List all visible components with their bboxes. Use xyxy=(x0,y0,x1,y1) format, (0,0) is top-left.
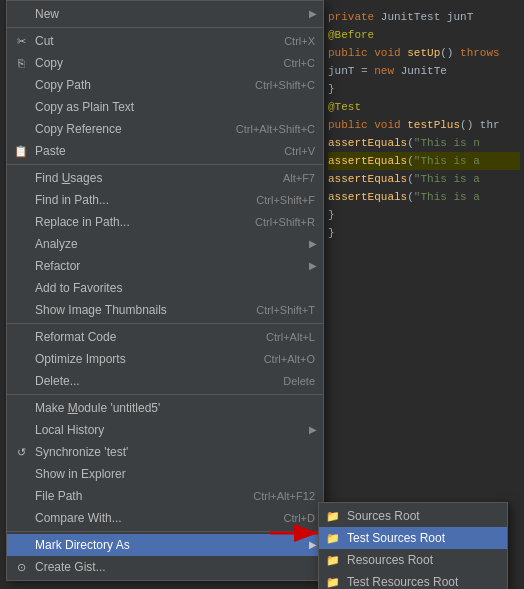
analyze-icon xyxy=(13,236,29,252)
find-usages-icon xyxy=(13,170,29,186)
submenu-item-test-sources-root[interactable]: 📁 Test Sources Root xyxy=(319,527,507,549)
find-path-icon xyxy=(13,192,29,208)
reformat-icon xyxy=(13,329,29,345)
menu-item-copy-path[interactable]: Copy Path Ctrl+Shift+C xyxy=(7,74,323,96)
menu-item-refactor[interactable]: Refactor ▶ xyxy=(7,255,323,277)
submenu-arrow: ▶ xyxy=(309,258,317,274)
separator xyxy=(7,531,323,532)
test-sources-root-icon: 📁 xyxy=(325,530,341,546)
menu-item-optimize[interactable]: Optimize Imports Ctrl+Alt+O xyxy=(7,348,323,370)
menu-item-analyze[interactable]: Analyze ▶ xyxy=(7,233,323,255)
menu-item-create-gist[interactable]: ⊙ Create Gist... xyxy=(7,556,323,578)
replace-path-icon xyxy=(13,214,29,230)
new-icon xyxy=(13,6,29,22)
module-icon xyxy=(13,400,29,416)
explorer-icon xyxy=(13,466,29,482)
refactor-icon xyxy=(13,258,29,274)
separator xyxy=(7,323,323,324)
menu-item-show-explorer[interactable]: Show in Explorer xyxy=(7,463,323,485)
submenu-item-sources-root[interactable]: 📁 Sources Root xyxy=(319,505,507,527)
menu-item-cut[interactable]: ✂ Cut Ctrl+X xyxy=(7,30,323,52)
favorites-icon xyxy=(13,280,29,296)
menu-item-compare[interactable]: Compare With... Ctrl+D xyxy=(7,507,323,529)
submenu-mark-directory: 📁 Sources Root 📁 Test Sources Root 📁 Res… xyxy=(318,502,508,589)
delete-icon xyxy=(13,373,29,389)
history-icon xyxy=(13,422,29,438)
menu-item-find-path[interactable]: Find in Path... Ctrl+Shift+F xyxy=(7,189,323,211)
menu-item-make-module[interactable]: Make Module 'untitled5' xyxy=(7,397,323,419)
menu-item-copy-plain[interactable]: Copy as Plain Text xyxy=(7,96,323,118)
menu-item-mark-directory[interactable]: Mark Directory As ▶ xyxy=(7,534,323,556)
code-editor: private JunitTest junT @Before public vo… xyxy=(324,0,524,589)
separator xyxy=(7,164,323,165)
image-icon xyxy=(13,302,29,318)
menu-item-image-thumbnails[interactable]: Show Image Thumbnails Ctrl+Shift+T xyxy=(7,299,323,321)
submenu-arrow: ▶ xyxy=(309,6,317,22)
context-menu: New ▶ ✂ Cut Ctrl+X ⎘ Copy Ctrl+C Copy Pa… xyxy=(6,0,324,581)
sources-root-icon: 📁 xyxy=(325,508,341,524)
compare-icon xyxy=(13,510,29,526)
menu-item-copy-ref[interactable]: Copy Reference Ctrl+Alt+Shift+C xyxy=(7,118,323,140)
menu-item-find-usages[interactable]: Find Usages Alt+F7 xyxy=(7,167,323,189)
submenu-arrow: ▶ xyxy=(309,236,317,252)
menu-item-new[interactable]: New ▶ xyxy=(7,3,323,25)
menu-item-file-path[interactable]: File Path Ctrl+Alt+F12 xyxy=(7,485,323,507)
optimize-icon xyxy=(13,351,29,367)
menu-item-paste[interactable]: 📋 Paste Ctrl+V xyxy=(7,140,323,162)
paste-icon: 📋 xyxy=(13,143,29,159)
menu-item-delete[interactable]: Delete... Delete xyxy=(7,370,323,392)
separator xyxy=(7,27,323,28)
sync-icon: ↺ xyxy=(13,444,29,460)
copy-path-icon xyxy=(13,77,29,93)
gist-icon: ⊙ xyxy=(13,559,29,575)
filepath-icon xyxy=(13,488,29,504)
menu-item-reformat[interactable]: Reformat Code Ctrl+Alt+L xyxy=(7,326,323,348)
copy-plain-icon xyxy=(13,99,29,115)
menu-item-local-history[interactable]: Local History ▶ xyxy=(7,419,323,441)
menu-item-replace-path[interactable]: Replace in Path... Ctrl+Shift+R xyxy=(7,211,323,233)
submenu-item-test-resources-root[interactable]: 📁 Test Resources Root xyxy=(319,571,507,589)
mark-dir-icon xyxy=(13,537,29,553)
menu-item-synchronize[interactable]: ↺ Synchronize 'test' xyxy=(7,441,323,463)
menu-item-add-favorites[interactable]: Add to Favorites xyxy=(7,277,323,299)
submenu-arrow: ▶ xyxy=(309,537,317,553)
submenu-arrow: ▶ xyxy=(309,422,317,438)
copy-ref-icon xyxy=(13,121,29,137)
copy-icon: ⎘ xyxy=(13,55,29,71)
separator xyxy=(7,394,323,395)
resources-root-icon: 📁 xyxy=(325,552,341,568)
menu-item-copy[interactable]: ⎘ Copy Ctrl+C xyxy=(7,52,323,74)
submenu-item-resources-root[interactable]: 📁 Resources Root xyxy=(319,549,507,571)
test-resources-root-icon: 📁 xyxy=(325,574,341,589)
cut-icon: ✂ xyxy=(13,33,29,49)
